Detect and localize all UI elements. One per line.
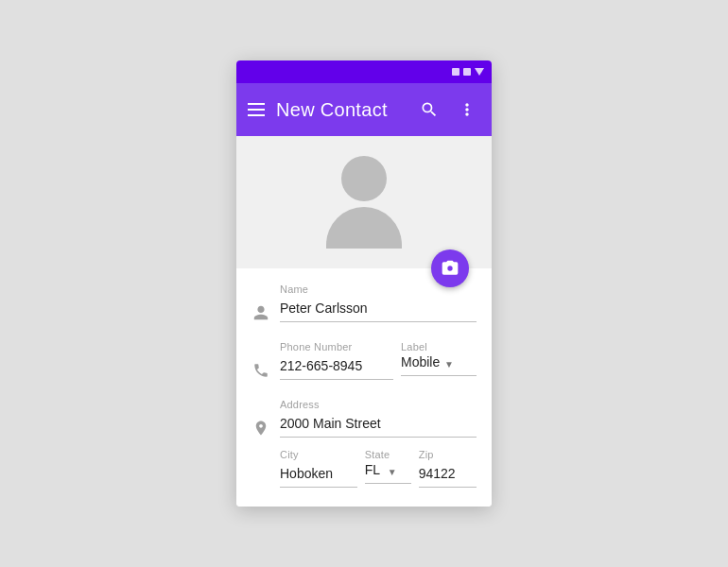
phone-type-select-wrapper: Mobile Home Work Other ▼ bbox=[401, 354, 477, 376]
state-wrapper: State FL NY CA TX NJ ▼ bbox=[365, 449, 411, 488]
address-wrapper: Address bbox=[280, 399, 477, 438]
name-field-wrapper: Name bbox=[280, 284, 477, 322]
search-icon[interactable] bbox=[416, 96, 442, 123]
hamburger-icon[interactable] bbox=[248, 103, 265, 116]
status-icon-signal bbox=[475, 68, 484, 76]
avatar-head bbox=[341, 156, 387, 201]
address-label: Address bbox=[280, 399, 477, 410]
phone-fields: Phone Number Label Mobile Home Work Othe… bbox=[280, 341, 477, 380]
phone-type-wrapper: Label Mobile Home Work Other ▼ bbox=[401, 341, 477, 380]
person-icon-wrapper bbox=[251, 304, 270, 321]
location-icon-wrapper bbox=[251, 420, 270, 437]
status-icon-2 bbox=[463, 68, 471, 76]
phone-icon bbox=[252, 362, 269, 379]
address-input[interactable] bbox=[280, 412, 477, 438]
state-label: State bbox=[365, 449, 411, 460]
phone-label: Phone Number bbox=[280, 341, 393, 352]
name-input[interactable] bbox=[280, 297, 477, 322]
phone-icon-wrapper bbox=[251, 362, 270, 379]
more-vert-icon[interactable] bbox=[454, 96, 480, 123]
camera-fab-button[interactable] bbox=[431, 249, 469, 287]
app-bar: New Contact bbox=[236, 83, 492, 136]
person-icon bbox=[252, 304, 269, 321]
state-select-wrapper: FL NY CA TX NJ ▼ bbox=[365, 462, 411, 484]
name-row: Name bbox=[251, 284, 477, 322]
phone-number-wrapper: Phone Number bbox=[280, 341, 393, 380]
phone-field-group: Phone Number Label Mobile Home Work Othe… bbox=[280, 341, 477, 380]
phone-type-label: Label bbox=[401, 341, 477, 352]
city-label: City bbox=[280, 449, 357, 460]
status-bar bbox=[236, 60, 492, 83]
avatar-section bbox=[236, 136, 492, 268]
state-select[interactable]: FL NY CA TX NJ bbox=[365, 462, 397, 477]
address-row: Address bbox=[251, 399, 477, 438]
phone-row: Phone Number Label Mobile Home Work Othe… bbox=[251, 341, 477, 380]
phone-type-select[interactable]: Mobile Home Work Other bbox=[401, 354, 454, 369]
phone-input[interactable] bbox=[280, 354, 393, 380]
name-fields: Name bbox=[280, 284, 477, 322]
phone-frame: New Contact bbox=[236, 60, 492, 507]
form-section: Name Phone Number Label bbox=[236, 268, 492, 507]
camera-icon bbox=[441, 259, 459, 278]
zip-label: Zip bbox=[419, 449, 477, 460]
city-wrapper: City bbox=[280, 449, 357, 488]
address-fields: Address bbox=[280, 399, 477, 438]
zip-wrapper: Zip bbox=[419, 449, 477, 488]
zip-input[interactable] bbox=[419, 462, 477, 488]
status-icon-1 bbox=[452, 68, 459, 76]
avatar-body bbox=[326, 207, 402, 249]
location-icon bbox=[252, 420, 269, 437]
city-state-zip-row: City State FL NY CA TX NJ ▼ Zip bbox=[280, 449, 477, 488]
city-input[interactable] bbox=[280, 462, 357, 488]
avatar bbox=[326, 156, 402, 249]
page-title: New Contact bbox=[276, 99, 405, 121]
